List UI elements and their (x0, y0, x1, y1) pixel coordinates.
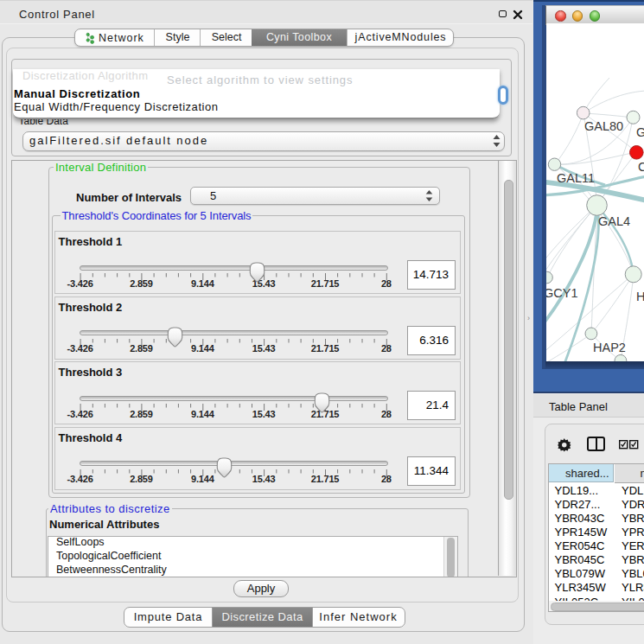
svg-text:GAL80: GAL80 (584, 119, 623, 133)
svg-text:H: H (636, 290, 644, 303)
svg-text:HAP2: HAP2 (593, 341, 626, 354)
svg-text:G: G (636, 125, 644, 139)
svg-text:GCY1: GCY1 (546, 286, 578, 300)
svg-text:GAL11: GAL11 (557, 171, 595, 185)
svg-text:C: C (638, 160, 644, 174)
svg-text:GAL4: GAL4 (598, 214, 630, 228)
